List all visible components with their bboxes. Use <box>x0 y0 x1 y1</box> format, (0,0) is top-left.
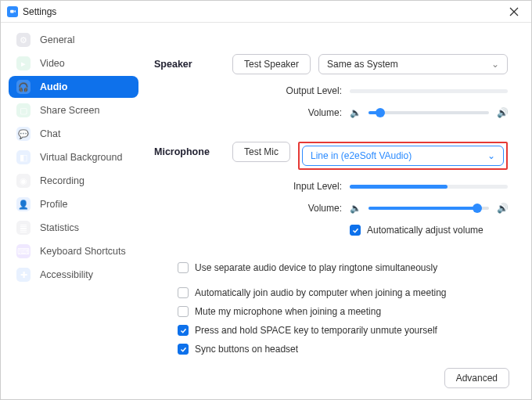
sidebar-item-virtual-background[interactable]: ◧ Virtual Background <box>9 146 138 168</box>
headphones-icon: 🎧 <box>16 80 31 94</box>
sidebar-item-label: Video <box>40 58 65 69</box>
sidebar-item-label: General <box>40 34 74 45</box>
statistics-icon: ䷀ <box>16 221 31 235</box>
ringtone-device-label: Use separate audio device to play ringto… <box>195 262 437 273</box>
space-unmute-label: Press and hold SPACE key to temporarily … <box>195 325 437 336</box>
auto-join-audio-checkbox[interactable] <box>178 287 189 298</box>
speaker-low-icon: 🔈 <box>350 203 361 214</box>
share-screen-icon: ▢ <box>16 103 31 117</box>
sidebar-item-share-screen[interactable]: ▢ Share Screen <box>9 99 138 121</box>
speaker-high-icon: 🔊 <box>497 107 508 118</box>
microphone-volume-label: Volume: <box>232 203 342 214</box>
sidebar-item-chat[interactable]: 💬 Chat <box>9 123 138 145</box>
speaker-section: Speaker Test Speaker Same as System ⌄ Ou… <box>154 54 508 129</box>
auto-adjust-volume-label: Automatically adjust volume <box>367 225 483 236</box>
sidebar: ⚙ General ▸ Video 🎧 Audio ▢ Share Screen… <box>1 23 146 399</box>
sidebar-item-recording[interactable]: ◉ Recording <box>9 170 138 192</box>
recording-icon: ◉ <box>16 174 31 188</box>
sync-headset-checkbox[interactable] <box>178 344 189 355</box>
sync-headset-label: Sync buttons on headset <box>195 344 298 355</box>
test-mic-button[interactable]: Test Mic <box>232 142 290 162</box>
sidebar-item-label: Accessibility <box>40 269 93 280</box>
gear-icon: ⚙ <box>16 33 31 47</box>
chevron-down-icon: ⌄ <box>491 59 499 70</box>
titlebar: Settings <box>1 1 531 23</box>
input-level-label: Input Level: <box>232 181 342 192</box>
speaker-low-icon: 🔈 <box>350 107 361 118</box>
video-icon: ▸ <box>16 56 31 70</box>
content-pane: Speaker Test Speaker Same as System ⌄ Ou… <box>146 23 531 399</box>
keyboard-icon: ⌨ <box>16 244 31 258</box>
svg-rect-0 <box>10 10 14 13</box>
advanced-button[interactable]: Advanced <box>444 368 509 388</box>
sidebar-item-general[interactable]: ⚙ General <box>9 29 138 51</box>
profile-icon: 👤 <box>16 197 31 211</box>
audio-options: Use separate audio device to play ringto… <box>178 262 508 355</box>
sidebar-item-label: Audio <box>40 81 67 92</box>
microphone-select-highlight: Line in (e2eSoft VAudio) ⌄ <box>298 142 508 170</box>
output-level-label: Output Level: <box>232 85 342 96</box>
sidebar-item-label: Statistics <box>40 222 79 233</box>
sidebar-item-keyboard-shortcuts[interactable]: ⌨ Keyboard Shortcuts <box>9 240 138 262</box>
mute-on-join-label: Mute my microphone when joining a meetin… <box>195 306 381 317</box>
sidebar-item-label: Recording <box>40 175 84 186</box>
speaker-volume-slider[interactable] <box>368 111 489 114</box>
output-level-meter <box>350 89 508 93</box>
microphone-volume-slider[interactable] <box>368 207 489 210</box>
input-level-meter <box>350 185 508 189</box>
close-button[interactable] <box>503 1 525 22</box>
auto-adjust-volume-checkbox[interactable] <box>350 225 361 236</box>
sidebar-item-label: Chat <box>40 128 60 139</box>
sidebar-item-label: Share Screen <box>40 105 99 116</box>
test-speaker-button[interactable]: Test Speaker <box>232 54 311 74</box>
auto-join-audio-label: Automatically join audio by computer whe… <box>195 287 447 298</box>
app-icon <box>7 6 18 17</box>
settings-window: Settings ⚙ General ▸ Video 🎧 Audio ▢ Sha… <box>0 0 532 400</box>
speaker-high-icon: 🔊 <box>497 203 508 214</box>
accessibility-icon: ✚ <box>16 268 31 282</box>
sidebar-item-statistics[interactable]: ䷀ Statistics <box>9 217 138 239</box>
sidebar-item-video[interactable]: ▸ Video <box>9 52 138 74</box>
speaker-volume-label: Volume: <box>232 107 342 118</box>
speaker-device-select[interactable]: Same as System ⌄ <box>318 54 508 74</box>
virtual-background-icon: ◧ <box>16 150 31 164</box>
window-title: Settings <box>23 6 56 17</box>
chat-icon: 💬 <box>16 127 31 141</box>
microphone-heading: Microphone <box>154 142 232 157</box>
microphone-device-select[interactable]: Line in (e2eSoft VAudio) ⌄ <box>302 146 504 166</box>
sidebar-item-label: Profile <box>40 199 67 210</box>
sidebar-item-label: Virtual Background <box>40 152 122 163</box>
sidebar-item-audio[interactable]: 🎧 Audio <box>9 76 138 98</box>
microphone-section: Microphone Test Mic Line in (e2eSoft VAu… <box>154 142 508 250</box>
sidebar-item-accessibility[interactable]: ✚ Accessibility <box>9 264 138 286</box>
chevron-down-icon: ⌄ <box>487 150 495 161</box>
speaker-heading: Speaker <box>154 54 232 70</box>
space-unmute-checkbox[interactable] <box>178 325 189 336</box>
mute-on-join-checkbox[interactable] <box>178 306 189 317</box>
ringtone-device-checkbox[interactable] <box>178 262 189 273</box>
microphone-device-value: Line in (e2eSoft VAudio) <box>311 150 412 161</box>
speaker-device-value: Same as System <box>327 59 398 70</box>
sidebar-item-profile[interactable]: 👤 Profile <box>9 193 138 215</box>
sidebar-item-label: Keyboard Shortcuts <box>40 246 126 257</box>
